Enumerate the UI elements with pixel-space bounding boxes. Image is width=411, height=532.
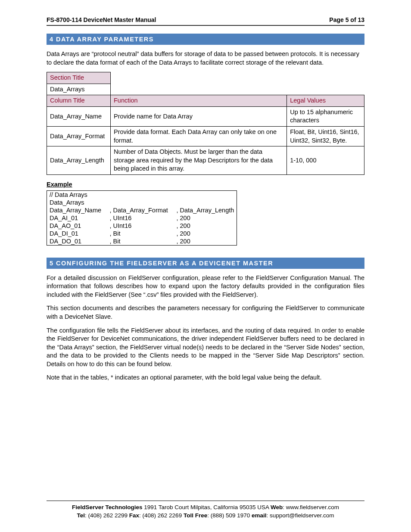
section-5-heading: 5 CONFIGURING THE FIELDSERVER AS A DEVIC… — [47, 258, 364, 269]
section-5-p4: Note that in the tables, * indicates an … — [47, 373, 364, 382]
footer-email: : support@fieldserver.com — [267, 512, 334, 519]
data-array-parameters-table: Section Title Data_Arrays Column Title F… — [47, 72, 364, 175]
section-4-number: 4 — [47, 36, 56, 43]
ex-comment: // Data Arrays — [47, 190, 107, 199]
ex-cell: , UInt16 — [107, 222, 174, 230]
footer-tel: : (408) 262 2299 — [85, 512, 129, 519]
example-table: // Data Arrays Data_Arrays Data_Array_Na… — [47, 190, 237, 246]
ex-cell: , 200 — [174, 214, 237, 222]
section-4-heading: 4 DATA ARRAY PARAMETERS — [47, 34, 364, 45]
ex-h2: , Data_Array_Format — [107, 206, 174, 214]
ex-h1: Data_Array_Name — [47, 206, 107, 214]
footer-fax: : (408) 262 2269 — [139, 512, 184, 519]
footer-fax-label: Fax — [129, 512, 139, 519]
footer-company: FieldServer Technologies — [72, 504, 142, 510]
ex-cell: , Bit — [107, 237, 174, 246]
ex-cell: DA_AO_01 — [47, 222, 107, 230]
page-header: FS-8700-114 DeviceNet Master Manual Page… — [47, 16, 364, 26]
footer-web-label: Web — [271, 504, 283, 510]
section-5-p1: For a detailed discussion on FieldServer… — [47, 274, 364, 299]
param-func: Provide data format. Each Data Array can… — [110, 126, 286, 146]
ex-cell: DA_DI_01 — [47, 230, 107, 237]
example-label: Example — [47, 181, 364, 188]
hdr-data-arrays: Data_Arrays — [47, 84, 111, 95]
param-name: Data_Array_Length — [47, 146, 111, 175]
ex-cell: , 200 — [174, 237, 237, 246]
section-5-number: 5 — [47, 260, 56, 267]
ex-section: Data_Arrays — [47, 199, 107, 206]
ex-h3: , Data_Array_Length — [174, 206, 237, 214]
ex-cell: , 200 — [174, 222, 237, 230]
hdr-section-title: Section Title — [47, 72, 111, 84]
footer-web: : www.fieldserver.com — [283, 504, 339, 510]
ex-cell: , Bit — [107, 230, 174, 237]
param-row: Data_Array_Length Number of Data Objects… — [47, 146, 364, 175]
hdr-legal-values: Legal Values — [287, 95, 364, 107]
doc-title: FS-8700-114 DeviceNet Master Manual — [47, 16, 156, 23]
hdr-column-title: Column Title — [47, 95, 111, 107]
param-func: Number of Data Objects. Must be larger t… — [110, 146, 286, 175]
param-func: Provide name for Data Array — [110, 106, 286, 126]
ex-cell: , 200 — [174, 230, 237, 237]
ex-cell: , UInt16 — [107, 214, 174, 222]
param-legal: 1-10, 000 — [287, 146, 364, 175]
section-5-p2: This section documents and describes the… — [47, 304, 364, 321]
ex-cell: DA_AI_01 — [47, 214, 107, 222]
ex-cell: DA_DO_01 — [47, 237, 107, 246]
section-5-p3: The configuration file tells the FieldSe… — [47, 327, 364, 369]
section-4-intro: Data Arrays are “protocol neutral” data … — [47, 50, 364, 67]
page-footer: FieldServer Technologies 1991 Tarob Cour… — [47, 501, 364, 520]
param-row: Data_Array_Name Provide name for Data Ar… — [47, 106, 364, 126]
param-legal: Float, Bit, Uint16, Sint16, Uint32, Sint… — [287, 126, 364, 146]
footer-tollfree: : (888) 509 1970 — [207, 512, 252, 519]
param-row: Data_Array_Format Provide data format. E… — [47, 126, 364, 146]
section-4-title: DATA ARRAY PARAMETERS — [56, 36, 154, 43]
footer-tel-label: Tel — [77, 512, 85, 519]
param-legal: Up to 15 alphanumeric characters — [287, 106, 364, 126]
page-number: Page 5 of 13 — [329, 16, 364, 23]
param-name: Data_Array_Name — [47, 106, 111, 126]
param-name: Data_Array_Format — [47, 126, 111, 146]
footer-addr: 1991 Tarob Court Milpitas, California 95… — [142, 504, 271, 510]
document-page: FS-8700-114 DeviceNet Master Manual Page… — [0, 0, 411, 532]
footer-tollfree-label: Toll Free — [184, 512, 207, 519]
section-5-title: CONFIGURING THE FIELDSERVER AS A DEVICEN… — [56, 260, 273, 267]
footer-email-label: email — [252, 512, 267, 519]
hdr-function: Function — [110, 95, 286, 107]
